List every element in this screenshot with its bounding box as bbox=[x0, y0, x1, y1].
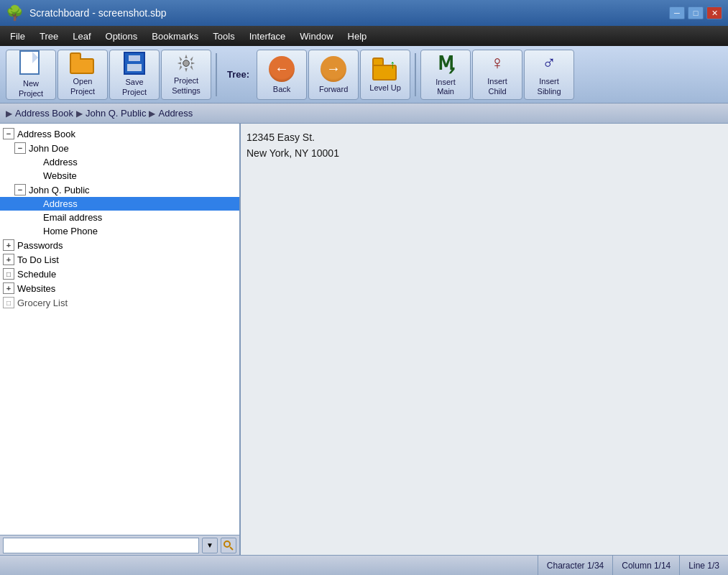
tree-item-websites[interactable]: + Websites bbox=[0, 281, 239, 295]
app-icon: 🌳 bbox=[6, 4, 24, 22]
menu-leaf[interactable]: Leaf bbox=[65, 28, 98, 45]
tree-content[interactable]: − Address Book − John Doe Address Websit… bbox=[0, 124, 239, 535]
breadcrumb-item-1[interactable]: John Q. Public bbox=[86, 108, 147, 119]
content-text: 12345 Easy St. New York, NY 10001 bbox=[246, 129, 722, 162]
tree-item-john-doe-address[interactable]: Address bbox=[0, 155, 239, 169]
tree-label-grocery-list: Grocery List bbox=[17, 298, 68, 308]
tree-panel: − Address Book − John Doe Address Websit… bbox=[0, 124, 241, 555]
tree-expand-john-q-public[interactable]: − bbox=[14, 184, 26, 196]
content-line-2: New York, NY 10001 bbox=[246, 145, 722, 161]
tree-item-home-phone[interactable]: Home Phone bbox=[0, 224, 239, 238]
tree-label-john-doe-address: Address bbox=[43, 157, 78, 167]
breadcrumb-item-2[interactable]: Address bbox=[158, 108, 193, 119]
tree-label-home-phone: Home Phone bbox=[43, 226, 98, 236]
breadcrumb-arrow-2: ▶ bbox=[149, 109, 155, 119]
menu-window[interactable]: Window bbox=[292, 28, 340, 45]
insert-main-label: InsertMain bbox=[436, 78, 456, 96]
tree-label-address-selected: Address bbox=[43, 198, 78, 209]
forward-button[interactable]: → Forward bbox=[308, 50, 359, 100]
tree-expand-schedule[interactable]: □ bbox=[3, 268, 14, 280]
tree-label-john-q-public: John Q. Public bbox=[29, 185, 90, 196]
tree-item-john-q-public[interactable]: − John Q. Public bbox=[0, 183, 239, 197]
tree-item-address-selected[interactable]: Address bbox=[0, 197, 239, 211]
minimize-button[interactable]: ─ bbox=[669, 6, 685, 19]
breadcrumb-item-0[interactable]: Address Book bbox=[15, 108, 73, 119]
search-dropdown-button[interactable]: ▼ bbox=[202, 538, 218, 553]
insert-main-button[interactable]: Ӎ InsertMain bbox=[420, 50, 471, 100]
insert-child-button[interactable]: ♀ InsertChild bbox=[472, 50, 522, 100]
tree-label-websites: Websites bbox=[17, 283, 55, 294]
tree-item-grocery-list[interactable]: □ Grocery List bbox=[0, 295, 239, 310]
tree-expand-address-book[interactable]: − bbox=[3, 128, 14, 139]
svg-point-1 bbox=[184, 61, 189, 66]
tree-search-input[interactable] bbox=[3, 538, 199, 553]
status-bar: Character 1/34 Column 1/14 Line 1/3 bbox=[0, 555, 728, 575]
insert-sibling-button[interactable]: ♂ InsertSibling bbox=[524, 50, 574, 100]
tree-label-john-doe: John Doe bbox=[29, 143, 69, 154]
content-line-1: 12345 Easy St. bbox=[246, 129, 722, 145]
tree-item-address-book[interactable]: − Address Book bbox=[0, 126, 239, 141]
tree-label-john-doe-website: Website bbox=[43, 170, 77, 181]
tree-label-passwords: Passwords bbox=[17, 240, 63, 251]
tree-item-todo-list[interactable]: + To Do List bbox=[0, 252, 239, 267]
title-bar: 🌳 Scratchboard - screenshot.sbp ─ □ ✕ bbox=[0, 0, 728, 26]
tree-item-john-doe-website[interactable]: Website bbox=[0, 169, 239, 183]
breadcrumb-arrow-1: ▶ bbox=[76, 109, 83, 119]
toolbar-separator-2 bbox=[415, 53, 416, 96]
svg-line-3 bbox=[230, 547, 233, 550]
tree-item-email-address[interactable]: Email address bbox=[0, 211, 239, 224]
tree-expand-todo-list[interactable]: + bbox=[3, 254, 14, 265]
level-up-label: Level Up bbox=[369, 83, 400, 92]
window-controls: ─ □ ✕ bbox=[669, 6, 722, 19]
tree-item-passwords[interactable]: + Passwords bbox=[0, 238, 239, 252]
status-character: Character 1/34 bbox=[538, 556, 613, 575]
content-panel[interactable]: 12345 Easy St. New York, NY 10001 bbox=[241, 124, 728, 555]
tree-label-address-book: Address Book bbox=[17, 129, 75, 139]
tree-expand-websites[interactable]: + bbox=[3, 282, 14, 294]
project-settings-button[interactable]: ProjectSettings bbox=[161, 50, 211, 100]
menu-bar: File Tree Leaf Options Bookmarks Tools I… bbox=[0, 26, 728, 46]
toolbar-separator-1 bbox=[216, 53, 217, 96]
search-execute-button[interactable] bbox=[221, 538, 236, 553]
tree-expand-grocery-list[interactable]: □ bbox=[3, 297, 14, 308]
tree-label-todo-list: To Do List bbox=[17, 254, 59, 265]
menu-file[interactable]: File bbox=[3, 28, 32, 45]
tree-item-schedule[interactable]: □ Schedule bbox=[0, 267, 239, 281]
tree-search-bar: ▼ bbox=[0, 535, 239, 555]
main-content: − Address Book − John Doe Address Websit… bbox=[0, 124, 728, 555]
project-settings-label: ProjectSettings bbox=[172, 76, 201, 95]
tree-label-email-address: Email address bbox=[43, 212, 102, 223]
menu-interface[interactable]: Interface bbox=[242, 28, 293, 45]
maximize-button[interactable]: □ bbox=[688, 6, 704, 19]
status-empty bbox=[0, 556, 538, 575]
menu-help[interactable]: Help bbox=[341, 28, 374, 45]
breadcrumb: ▶ Address Book ▶ John Q. Public ▶ Addres… bbox=[0, 104, 728, 124]
tree-expand-john-doe[interactable]: − bbox=[14, 142, 26, 154]
menu-bookmarks[interactable]: Bookmarks bbox=[144, 28, 206, 45]
menu-tree[interactable]: Tree bbox=[32, 28, 65, 45]
menu-options[interactable]: Options bbox=[98, 28, 145, 45]
new-project-button[interactable]: NewProject bbox=[6, 50, 56, 100]
status-line: Line 1/3 bbox=[680, 556, 728, 575]
tree-expand-passwords[interactable]: + bbox=[3, 239, 14, 251]
level-up-button[interactable]: ↑ Level Up bbox=[360, 50, 410, 100]
save-project-label: SaveProject bbox=[122, 78, 147, 96]
svg-point-2 bbox=[224, 541, 230, 547]
open-project-button[interactable]: OpenProject bbox=[57, 50, 108, 100]
back-label: Back bbox=[273, 85, 290, 93]
forward-label: Forward bbox=[319, 85, 348, 93]
new-project-label: NewProject bbox=[19, 79, 43, 98]
open-project-label: OpenProject bbox=[70, 77, 95, 96]
save-project-button[interactable]: SaveProject bbox=[109, 50, 160, 100]
tree-label: Tree: bbox=[227, 69, 249, 80]
menu-tools[interactable]: Tools bbox=[206, 28, 241, 45]
title-text: Scratchboard - screenshot.sbp bbox=[29, 7, 669, 19]
toolbar: NewProject OpenProject SaveProject bbox=[0, 46, 728, 104]
breadcrumb-arrow-0: ▶ bbox=[6, 109, 12, 119]
tree-label-schedule: Schedule bbox=[17, 269, 56, 280]
status-column: Column 1/14 bbox=[613, 556, 680, 575]
insert-child-label: InsertChild bbox=[487, 77, 507, 96]
close-button[interactable]: ✕ bbox=[706, 6, 722, 19]
tree-item-john-doe[interactable]: − John Doe bbox=[0, 141, 239, 155]
back-button[interactable]: ← Back bbox=[257, 50, 307, 100]
